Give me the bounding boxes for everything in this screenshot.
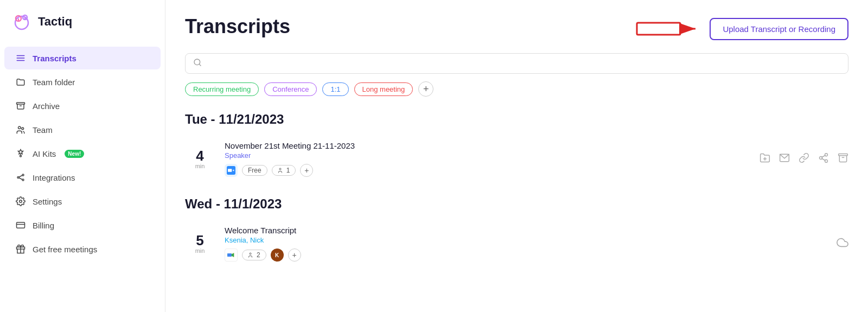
search-input[interactable] (207, 59, 840, 68)
svg-point-11 (22, 128, 24, 130)
sidebar-item-label-team-folder: Team folder (33, 78, 75, 87)
google-meet-icon (225, 249, 238, 262)
email-icon[interactable] (779, 152, 790, 166)
svg-rect-8 (17, 103, 25, 104)
transcript-speaker-2: Ksenia, Nick (225, 236, 837, 244)
search-bar (185, 53, 848, 74)
svg-line-38 (822, 155, 825, 157)
chip-one-on-one[interactable]: 1:1 (322, 82, 348, 96)
share-icon[interactable] (818, 152, 829, 166)
sidebar: Tactiq Transcripts Team folder Archive T… (0, 0, 165, 312)
chip-conference[interactable]: Conference (264, 82, 317, 96)
free-badge: Free (242, 165, 267, 176)
add-tag-button-2[interactable]: + (288, 249, 301, 262)
search-icon (193, 58, 202, 69)
settings-icon (15, 196, 26, 207)
save-to-folder-icon[interactable] (760, 152, 770, 166)
duration-1: 4 min (185, 149, 215, 169)
logo: Tactiq (0, 11, 165, 46)
duration-num-1: 4 (185, 149, 215, 163)
link-icon[interactable] (799, 152, 809, 166)
transcript-actions-1 (760, 152, 848, 166)
menu-icon (15, 53, 26, 63)
duration-2: 5 min (185, 233, 215, 254)
sidebar-item-label-archive: Archive (33, 101, 60, 111)
avatar-2: K (271, 249, 284, 262)
transcript-tags-2: 2 K + (225, 249, 837, 262)
duration-num-2: 5 (185, 233, 215, 247)
svg-point-10 (18, 126, 21, 129)
date-heading-1: Tue - 11/21/2023 (185, 112, 848, 127)
svg-rect-39 (839, 154, 848, 155)
sidebar-item-billing[interactable]: Billing (4, 214, 161, 237)
svg-rect-25 (637, 23, 680, 35)
svg-point-45 (250, 253, 251, 254)
sidebar-item-team-folder[interactable]: Team folder (4, 71, 161, 93)
chip-long-meeting[interactable]: Long meeting (354, 82, 413, 96)
tactiq-logo-icon (11, 11, 33, 33)
sidebar-item-label-transcripts: Transcripts (33, 54, 76, 63)
sidebar-item-transcripts[interactable]: Transcripts (4, 47, 161, 69)
svg-rect-43 (227, 253, 232, 257)
main-content: Transcripts Upload Transcript or Recordi… (165, 0, 868, 312)
date-section-1: Tue - 11/21/2023 4 min November 21st Mee… (185, 112, 848, 183)
page-header: Transcripts Upload Transcript or Recordi… (185, 15, 848, 42)
zoom-icon (225, 164, 238, 177)
transcript-item-1: 4 min November 21st Meeting 21-11-2023 S… (185, 135, 848, 183)
upload-transcript-button[interactable]: Upload Transcript or Recording (710, 18, 848, 40)
integrations-icon (15, 172, 26, 183)
sidebar-item-settings[interactable]: Settings (4, 190, 161, 213)
transcript-speaker-1: Speaker (225, 151, 760, 160)
filter-chips: Recurring meeting Conference 1:1 Long me… (185, 81, 848, 97)
chip-recurring-meeting[interactable]: Recurring meeting (185, 82, 259, 96)
sidebar-item-label-billing: Billing (33, 221, 54, 230)
sidebar-item-label-settings: Settings (33, 197, 62, 206)
people-count-1: 1 (272, 165, 296, 176)
ai-icon (15, 148, 26, 159)
transcript-info-1: November 21st Meeting 21-11-2023 Speaker… (225, 141, 760, 177)
svg-line-37 (822, 158, 825, 160)
sidebar-item-get-free-meetings[interactable]: Get free meetings (4, 238, 161, 260)
sidebar-item-label-integrations: Integrations (33, 173, 75, 182)
red-arrow-indicator (636, 15, 701, 42)
date-section-2: Wed - 11/1/2023 5 min Welcome Transcript… (185, 196, 848, 268)
add-filter-chip-button[interactable]: + (418, 81, 433, 97)
svg-line-18 (19, 178, 22, 180)
transcript-tags-1: Free 1 + (225, 164, 760, 177)
add-tag-button-1[interactable]: + (300, 164, 313, 177)
team-icon (15, 124, 26, 135)
page-title: Transcripts (185, 15, 290, 38)
billing-icon (15, 220, 26, 231)
app-name: Tactiq (38, 15, 72, 29)
archive-action-icon[interactable] (838, 152, 848, 166)
transcript-item-2: 5 min Welcome Transcript Ksenia, Nick (185, 219, 848, 268)
transcript-info-2: Welcome Transcript Ksenia, Nick (225, 226, 837, 262)
sidebar-item-team[interactable]: Team (4, 118, 161, 141)
new-badge: New! (65, 150, 84, 158)
sidebar-item-label-ai-kits: AI Kits (33, 149, 56, 158)
upload-area: Upload Transcript or Recording (636, 15, 848, 42)
sidebar-item-label-team: Team (33, 125, 53, 135)
sidebar-item-label-get-free-meetings: Get free meetings (33, 245, 97, 254)
archive-icon (15, 100, 26, 111)
gift-icon (15, 244, 26, 254)
folder-icon (15, 77, 26, 87)
transcript-actions-2 (837, 237, 848, 251)
svg-rect-20 (17, 222, 25, 228)
svg-line-28 (199, 64, 201, 66)
svg-line-17 (19, 175, 22, 177)
sidebar-item-archive[interactable]: Archive (4, 94, 161, 117)
duration-unit-2: min (185, 247, 215, 254)
date-heading-2: Wed - 11/1/2023 (185, 196, 848, 212)
people-count-2: 2 (242, 250, 266, 260)
svg-point-19 (20, 200, 22, 203)
cloud-icon[interactable] (837, 237, 848, 251)
svg-point-30 (279, 168, 281, 170)
transcript-title-2[interactable]: Welcome Transcript (225, 226, 837, 235)
transcript-title-1[interactable]: November 21st Meeting 21-11-2023 (225, 141, 760, 150)
duration-unit-1: min (185, 163, 215, 169)
sidebar-item-integrations[interactable]: Integrations (4, 166, 161, 189)
sidebar-item-ai-kits[interactable]: AI Kits New! (4, 142, 161, 165)
